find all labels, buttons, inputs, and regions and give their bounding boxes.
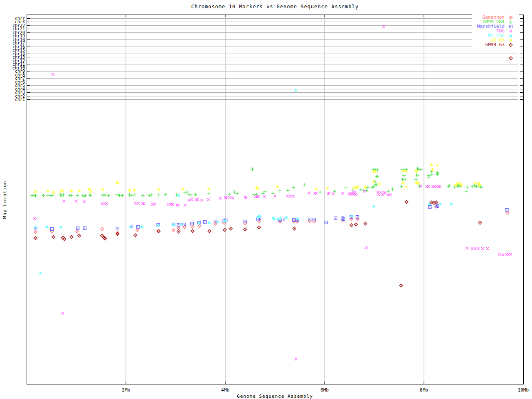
point-tng xyxy=(471,247,473,250)
point-gm99_gb4 xyxy=(264,190,267,193)
point-tng xyxy=(389,193,392,196)
point-gm99_gb4 xyxy=(402,174,406,177)
point-gm99_gb4 xyxy=(164,193,167,196)
legend-label: GM99 G3 xyxy=(485,42,505,47)
point-gm99_g3 xyxy=(405,200,408,204)
point-tng xyxy=(474,247,476,250)
point-gm99_gb4 xyxy=(76,194,79,197)
point-tng xyxy=(486,247,489,250)
point-genethon xyxy=(214,222,217,225)
point-tng xyxy=(286,195,288,197)
point-wi_rh xyxy=(207,187,210,190)
point-tng xyxy=(33,217,36,220)
point-marshfield xyxy=(76,227,79,230)
point-wi_yac xyxy=(34,225,37,228)
point-tng xyxy=(427,185,430,188)
point-wi_yac xyxy=(45,225,49,228)
x-tick-label-10Mb: 10Mb xyxy=(511,387,532,393)
point-tng xyxy=(62,200,65,202)
point-marshfield xyxy=(325,221,328,224)
point-gm99_gb4 xyxy=(419,168,423,171)
point-gm99_gb4 xyxy=(88,193,91,197)
point-gm99_gb4 xyxy=(130,194,133,197)
point-genethon xyxy=(177,226,180,229)
point-genethon xyxy=(350,217,353,221)
point-gm99_gb4 xyxy=(261,192,265,195)
point-gm99_g3 xyxy=(244,228,247,231)
point-gm99_gb4 xyxy=(194,193,197,196)
point-gm99_gb4 xyxy=(251,167,254,171)
point-tng xyxy=(153,203,156,205)
point-wi_rh xyxy=(430,163,433,166)
point-wi_rh xyxy=(89,190,92,193)
point-gm99_gb4 xyxy=(107,194,110,197)
chart-canvas: Chromosome 10 Markers vs Genome Sequence… xyxy=(0,0,532,399)
point-genethon xyxy=(135,229,139,232)
legend-marker-gm99_g3 xyxy=(509,43,512,47)
point-wi_rh xyxy=(101,188,104,191)
point-wi_rh xyxy=(52,191,55,194)
point-tng xyxy=(477,247,479,250)
point-genethon xyxy=(198,224,201,228)
point-gm99_gb4 xyxy=(271,192,275,195)
point-wi_rh xyxy=(315,187,318,190)
point-wi_rh xyxy=(62,189,64,192)
point-gm99_g3 xyxy=(177,230,180,233)
point-wi_yac xyxy=(450,202,453,205)
x-tick-label-2Mb: 2Mb xyxy=(113,387,138,393)
point-gm99_gb4 xyxy=(391,187,394,191)
point-tng xyxy=(245,197,247,199)
point-gm99_gb4 xyxy=(121,194,124,197)
point-gm99_gb4 xyxy=(465,190,468,193)
point-tng xyxy=(229,196,231,199)
point-wi_yac xyxy=(208,221,211,224)
point-gm99_gb4 xyxy=(185,190,189,194)
point-genethon xyxy=(506,211,509,214)
point-tng xyxy=(481,247,484,250)
point-gm99_gb4 xyxy=(150,193,153,197)
point-gm99_gb4 xyxy=(59,193,62,197)
point-gm99_gb4 xyxy=(62,193,65,197)
point-gm99_g3 xyxy=(191,229,194,233)
point-gm99_gb4 xyxy=(416,167,419,170)
point-tng xyxy=(273,195,276,197)
x-tick-label-6Mb: 6Mb xyxy=(312,387,337,393)
point-gm99_gb4 xyxy=(157,193,160,197)
point-tng xyxy=(498,253,500,256)
point-wi_yac xyxy=(39,271,42,274)
point-wi_yac xyxy=(285,216,288,219)
point-genethon xyxy=(191,225,194,228)
point-gm99_gb4 xyxy=(115,193,118,196)
point-gm99_g3 xyxy=(478,221,482,224)
point-gm99_gb4 xyxy=(128,193,131,197)
point-tng xyxy=(219,197,222,200)
point-tng xyxy=(188,199,190,202)
point-tng xyxy=(510,253,512,256)
point-gm99_gb4 xyxy=(376,175,379,178)
point-tng xyxy=(294,358,297,360)
point-tng xyxy=(62,312,64,315)
point-gm99_gb4 xyxy=(318,190,322,194)
legend-marker-diamond-dot-icon xyxy=(508,42,514,47)
point-marshfield xyxy=(334,217,337,220)
point-tng xyxy=(201,199,203,202)
point-marshfield xyxy=(429,206,431,209)
point-wi_rh xyxy=(182,187,185,191)
point-marshfield xyxy=(356,216,359,219)
point-gm99_gb4 xyxy=(207,192,211,195)
legend: GenethonGM99 GB4MarshfieldTNGWI YACWI RH… xyxy=(472,15,519,48)
legend-marker-gm99_gb4 xyxy=(509,20,512,24)
point-gm99_gb4 xyxy=(416,174,420,177)
point-tng xyxy=(502,254,504,256)
point-gm99_gb4 xyxy=(292,186,296,189)
point-gm99_g3 xyxy=(78,234,81,237)
series-wi_yac xyxy=(34,89,453,274)
point-marshfield xyxy=(83,227,86,230)
point-tng xyxy=(75,200,77,202)
point-gm99_gb4 xyxy=(101,193,104,197)
point-wi_rh xyxy=(405,170,408,173)
x-tick-label-4Mb: 4Mb xyxy=(213,387,238,393)
point-gm99_gb4 xyxy=(32,194,36,197)
point-tng xyxy=(137,202,140,204)
point-gm99_g3 xyxy=(208,229,211,233)
